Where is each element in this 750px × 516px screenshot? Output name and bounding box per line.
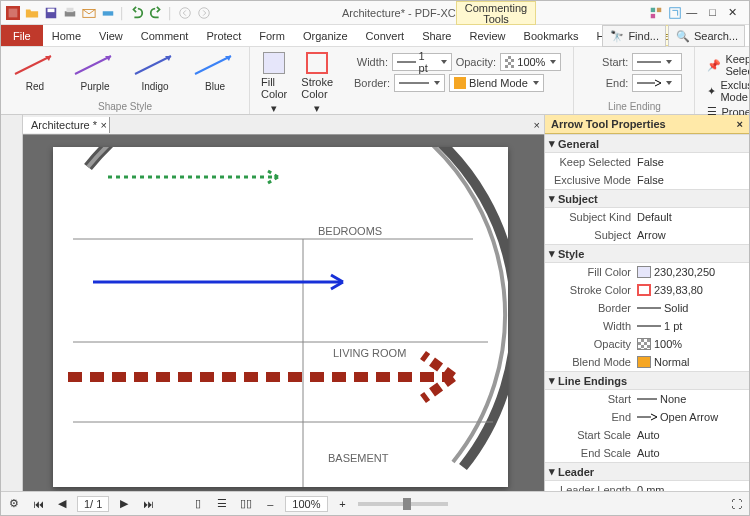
properties-panel: Arrow Tool Properties× ▾ General Keep Se… [544, 115, 749, 491]
maximize-button[interactable]: □ [709, 6, 716, 19]
start-ending-dropdown[interactable] [632, 53, 682, 71]
svg-text:BEDROOMS: BEDROOMS [318, 225, 382, 237]
next-page-button[interactable]: ▶ [115, 495, 133, 513]
tab-close-icon[interactable]: × [101, 119, 107, 131]
tab-convert[interactable]: Convert [357, 25, 414, 46]
prev-page-button[interactable]: ◀ [53, 495, 71, 513]
pdf-page: BEDROOMS LIVING ROOM BASEMENT [53, 147, 508, 487]
tab-share[interactable]: Share [413, 25, 460, 46]
style-purple[interactable]: Purple [67, 50, 123, 94]
svg-line-15 [135, 56, 171, 74]
prop-start-scale[interactable]: Auto [637, 429, 745, 441]
svg-rect-4 [67, 7, 74, 11]
first-page-button[interactable]: ⏮ [29, 495, 47, 513]
end-ending-dropdown[interactable] [632, 74, 682, 92]
section-leader[interactable]: ▾ Leader [545, 462, 749, 481]
section-general[interactable]: ▾ General [545, 134, 749, 153]
tab-bookmarks[interactable]: Bookmarks [515, 25, 588, 46]
doc-close-icon[interactable]: × [530, 119, 544, 131]
prop-end-scale[interactable]: Auto [637, 447, 745, 459]
fit-page-icon[interactable]: ⛶ [727, 495, 745, 513]
style-indigo[interactable]: Indigo [127, 50, 183, 94]
layout-cont-icon[interactable]: ☰ [213, 495, 231, 513]
tab-organize[interactable]: Organize [294, 25, 357, 46]
document-canvas[interactable]: BEDROOMS LIVING ROOM BASEMENT [23, 135, 544, 491]
prop-start[interactable]: None [637, 393, 745, 405]
zoom-in-button[interactable]: + [334, 495, 352, 513]
prop-exclusive-mode[interactable]: False [637, 174, 745, 186]
prop-end[interactable]: Open Arrow [637, 411, 745, 423]
shape-style-gallery[interactable]: Red Purple Indigo Blue [7, 50, 243, 94]
svg-line-14 [75, 56, 111, 74]
search-icon: 🔍 [675, 28, 691, 44]
section-style[interactable]: ▾ Style [545, 244, 749, 263]
forward-icon[interactable] [196, 5, 212, 21]
layout-single-icon[interactable]: ▯ [189, 495, 207, 513]
section-subject[interactable]: ▾ Subject [545, 189, 749, 208]
tab-home[interactable]: Home [43, 25, 90, 46]
star-icon: ✦ [707, 85, 716, 98]
tab-protect[interactable]: Protect [197, 25, 250, 46]
svg-rect-6 [103, 11, 114, 15]
search-button[interactable]: 🔍Search... [668, 25, 745, 47]
blend-mode-button[interactable]: Blend Mode [449, 74, 544, 92]
redo-icon[interactable] [148, 5, 164, 21]
left-sidebar[interactable] [1, 115, 23, 491]
tab-comment[interactable]: Comment [132, 25, 198, 46]
svg-point-8 [199, 7, 210, 18]
prop-border[interactable]: Solid [637, 302, 745, 314]
prop-subject-kind[interactable]: Default [637, 211, 745, 223]
svg-rect-10 [657, 7, 661, 11]
opacity-dropdown[interactable]: 100% [500, 53, 561, 71]
back-icon[interactable] [177, 5, 193, 21]
keep-selected-button[interactable]: 📌Keep Selected [707, 53, 750, 77]
options-icon[interactable]: ⚙ [5, 495, 23, 513]
binoculars-icon: 🔭 [609, 28, 625, 44]
svg-line-16 [195, 56, 231, 74]
prop-opacity[interactable]: 100% [637, 338, 745, 350]
zoom-slider[interactable] [358, 502, 448, 506]
svg-rect-11 [651, 13, 655, 17]
prop-keep-selected[interactable]: False [637, 156, 745, 168]
mail-icon[interactable] [81, 5, 97, 21]
tab-form[interactable]: Form [250, 25, 294, 46]
close-button[interactable]: ✕ [728, 6, 737, 19]
stroke-color-button[interactable]: Stroke Color▾ [296, 50, 338, 117]
width-dropdown[interactable]: 1 pt [392, 53, 452, 71]
group-line-ending: Line Ending [608, 101, 661, 114]
svg-line-13 [15, 56, 51, 74]
scan-icon[interactable] [100, 5, 116, 21]
document-tab[interactable]: Architecture * × [23, 117, 110, 133]
exclusive-mode-button[interactable]: ✦Exclusive Mode [707, 79, 750, 103]
prop-leader-length[interactable]: 0 mm [637, 484, 745, 491]
open-icon[interactable] [24, 5, 40, 21]
minimize-button[interactable]: — [686, 6, 697, 19]
contextual-tab-label: CommentingTools [456, 1, 536, 25]
zoom-out-button[interactable]: – [261, 495, 279, 513]
undo-icon[interactable] [129, 5, 145, 21]
layout-two-icon[interactable]: ▯▯ [237, 495, 255, 513]
section-line-endings[interactable]: ▾ Line Endings [545, 371, 749, 390]
prop-subject[interactable]: Arrow [637, 229, 745, 241]
file-tab[interactable]: File [1, 25, 43, 46]
tab-view[interactable]: View [90, 25, 132, 46]
print-icon[interactable] [62, 5, 78, 21]
style-blue[interactable]: Blue [187, 50, 243, 94]
fill-color-button[interactable]: Fill Color▾ [256, 50, 292, 117]
launch-icon[interactable] [667, 5, 683, 21]
svg-text:LIVING ROOM: LIVING ROOM [333, 347, 406, 359]
prop-fill-color[interactable]: 230,230,250 [637, 266, 745, 278]
zoom-value[interactable]: 100% [285, 496, 327, 512]
ui-options-icon[interactable] [648, 5, 664, 21]
save-icon[interactable] [43, 5, 59, 21]
prop-blend-mode[interactable]: Normal [637, 356, 745, 368]
tab-review[interactable]: Review [460, 25, 514, 46]
page-indicator[interactable]: 1/ 1 [77, 496, 109, 512]
panel-close-icon[interactable]: × [737, 118, 743, 130]
prop-width[interactable]: 1 pt [637, 320, 745, 332]
border-dropdown[interactable] [394, 74, 445, 92]
prop-stroke-color[interactable]: 239,83,80 [637, 284, 745, 296]
style-red[interactable]: Red [7, 50, 63, 94]
last-page-button[interactable]: ⏭ [139, 495, 157, 513]
find-button[interactable]: 🔭Find... [602, 25, 666, 47]
